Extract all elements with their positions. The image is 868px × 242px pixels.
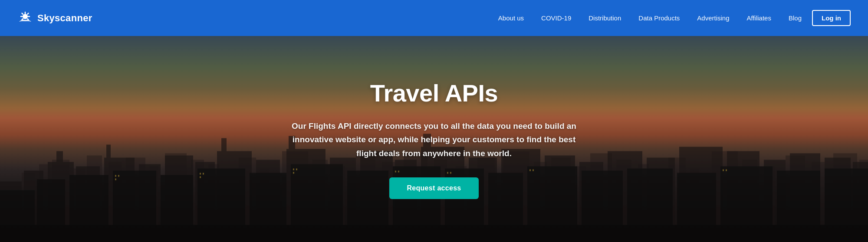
- brand-name: Skyscanner: [37, 13, 92, 24]
- logo-link[interactable]: Skyscanner: [17, 10, 92, 26]
- hero-subtitle: Our Flights API directly connects you to…: [286, 119, 582, 160]
- request-access-button[interactable]: Request access: [389, 177, 478, 199]
- nav-covid-19[interactable]: COVID-19: [534, 11, 578, 25]
- nav-distribution[interactable]: Distribution: [582, 11, 628, 25]
- svg-line-5: [22, 13, 23, 14]
- svg-line-2: [27, 13, 28, 14]
- nav-affiliates[interactable]: Affiliates: [740, 11, 778, 25]
- site-header: Skyscanner About us COVID-19 Distributio…: [0, 0, 868, 36]
- login-button[interactable]: Log in: [812, 10, 851, 26]
- svg-line-7: [22, 19, 23, 20]
- skyscanner-logo-icon: [17, 10, 33, 26]
- nav-blog[interactable]: Blog: [782, 11, 809, 25]
- hero-title: Travel APIs: [286, 79, 582, 107]
- main-nav: About us COVID-19 Distribution Data Prod…: [491, 10, 851, 26]
- hero-section: Travel APIs Our Flights API directly con…: [0, 36, 868, 242]
- nav-data-products[interactable]: Data Products: [631, 11, 687, 25]
- nav-advertising[interactable]: Advertising: [690, 11, 736, 25]
- hero-content: Travel APIs Our Flights API directly con…: [278, 79, 590, 199]
- svg-line-4: [27, 19, 28, 20]
- svg-point-0: [23, 14, 28, 19]
- nav-about-us[interactable]: About us: [491, 11, 531, 25]
